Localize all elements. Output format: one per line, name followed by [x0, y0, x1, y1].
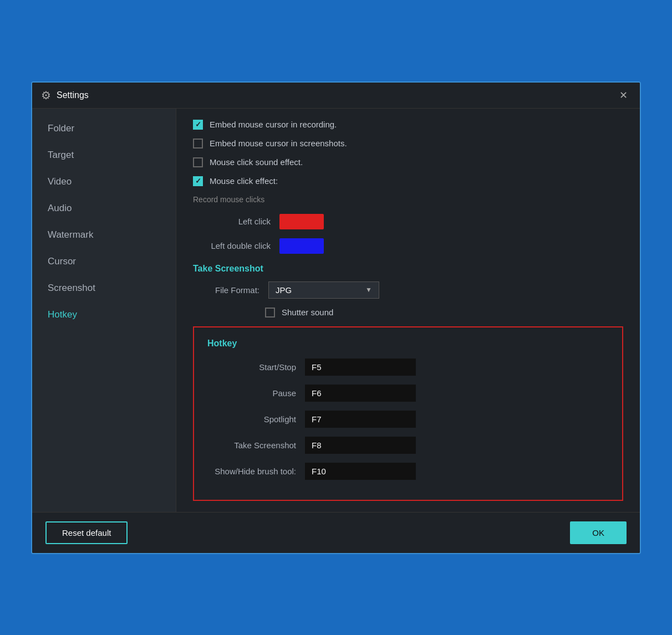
- spotlight-label: Spotlight: [207, 414, 296, 424]
- left-click-label: Left click: [193, 217, 271, 226]
- hotkey-spotlight: Spotlight: [207, 411, 609, 428]
- left-click-row: Left click: [193, 214, 623, 229]
- record-mouse-clicks-label: Record mouse clicks: [193, 195, 623, 204]
- embed-cursor-recording-label: Embed mouse cursor in recording.: [210, 120, 337, 129]
- mouse-click-sound-label: Mouse click sound effect.: [210, 157, 303, 167]
- start-stop-input[interactable]: [305, 359, 416, 376]
- embed-cursor-screenshots-checkbox[interactable]: [193, 139, 203, 148]
- checkbox-row-2: Embed mouse cursor in screenshots.: [193, 139, 623, 148]
- ok-button[interactable]: OK: [570, 521, 627, 544]
- reset-default-button[interactable]: Reset default: [45, 521, 128, 544]
- embed-cursor-recording-checkbox[interactable]: ✓: [193, 120, 203, 130]
- file-format-value: JPG: [276, 285, 292, 295]
- checkbox-row-1: ✓ Embed mouse cursor in recording.: [193, 120, 623, 130]
- scroll-area[interactable]: ✓ Embed mouse cursor in recording. Embed…: [176, 109, 640, 512]
- sidebar-item-audio[interactable]: Audio: [32, 195, 176, 222]
- mouse-click-effect-label: Mouse click effect:: [210, 176, 278, 186]
- start-stop-label: Start/Stop: [207, 362, 296, 372]
- shutter-sound-checkbox[interactable]: [265, 308, 275, 318]
- take-screenshot-input[interactable]: [305, 437, 416, 454]
- close-button[interactable]: ✕: [616, 88, 631, 103]
- gear-icon: ⚙: [41, 89, 51, 102]
- pause-input[interactable]: [305, 385, 416, 402]
- hotkey-brush-tool: Show/Hide brush tool:: [207, 463, 609, 480]
- hotkey-section: Hotkey Start/Stop Pause Spotlight: [193, 326, 623, 501]
- left-double-click-label: Left double click: [193, 241, 271, 250]
- file-format-row: File Format: JPG ▼: [193, 281, 623, 299]
- sidebar-item-screenshot[interactable]: Screenshot: [32, 275, 176, 301]
- take-screenshot-title: Take Screenshot: [193, 264, 623, 274]
- content-area: Folder Target Video Audio Watermark Curs…: [32, 109, 640, 512]
- checkbox-row-4: ✓ Mouse click effect:: [193, 176, 623, 186]
- shutter-sound-row: Shutter sound: [265, 308, 623, 318]
- window-title: Settings: [57, 90, 89, 100]
- pause-label: Pause: [207, 388, 296, 398]
- sidebar-item-hotkey[interactable]: Hotkey: [32, 301, 176, 328]
- sidebar-item-target[interactable]: Target: [32, 142, 176, 168]
- chevron-down-icon: ▼: [365, 286, 372, 294]
- brush-tool-input[interactable]: [305, 463, 416, 480]
- file-format-dropdown[interactable]: JPG ▼: [268, 281, 379, 299]
- title-bar: ⚙ Settings ✕: [32, 83, 640, 109]
- left-double-click-color-picker[interactable]: [279, 238, 324, 254]
- footer: Reset default OK: [32, 512, 640, 553]
- sidebar-item-folder[interactable]: Folder: [32, 115, 176, 142]
- spotlight-input[interactable]: [305, 411, 416, 428]
- hotkey-title: Hotkey: [207, 339, 609, 349]
- main-panel: ✓ Embed mouse cursor in recording. Embed…: [176, 109, 640, 512]
- mouse-click-effect-checkbox[interactable]: ✓: [193, 176, 203, 186]
- checkbox-row-3: Mouse click sound effect.: [193, 157, 623, 167]
- take-screenshot-hotkey-label: Take Screenshot: [207, 441, 296, 450]
- brush-tool-label: Show/Hide brush tool:: [207, 467, 296, 476]
- left-double-click-row: Left double click: [193, 238, 623, 254]
- mouse-click-sound-checkbox[interactable]: [193, 157, 203, 167]
- sidebar-item-watermark[interactable]: Watermark: [32, 222, 176, 248]
- embed-cursor-screenshots-label: Embed mouse cursor in screenshots.: [210, 139, 347, 148]
- hotkey-pause: Pause: [207, 385, 609, 402]
- hotkey-start-stop: Start/Stop: [207, 359, 609, 376]
- hotkey-take-screenshot: Take Screenshot: [207, 437, 609, 454]
- sidebar: Folder Target Video Audio Watermark Curs…: [32, 109, 176, 512]
- shutter-sound-label: Shutter sound: [282, 308, 333, 317]
- sidebar-item-video[interactable]: Video: [32, 168, 176, 195]
- left-click-color-picker[interactable]: [279, 214, 324, 229]
- settings-window: ⚙ Settings ✕ Folder Target Video Audio W…: [31, 81, 641, 554]
- sidebar-item-cursor[interactable]: Cursor: [32, 248, 176, 275]
- file-format-label: File Format:: [193, 285, 259, 295]
